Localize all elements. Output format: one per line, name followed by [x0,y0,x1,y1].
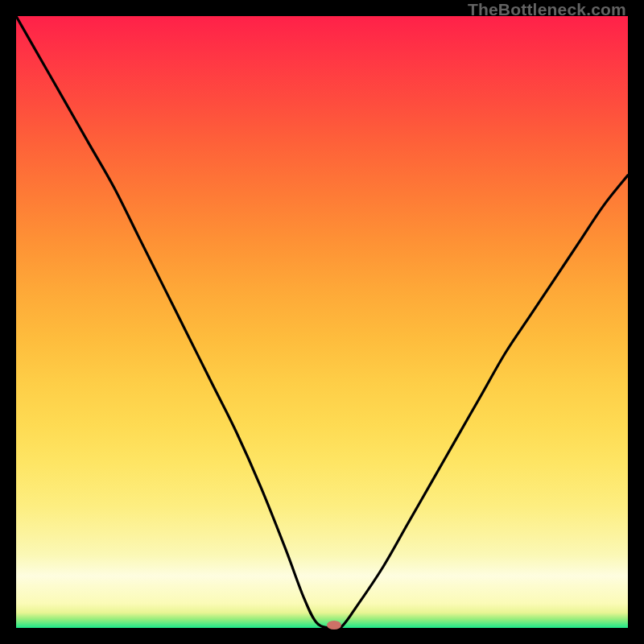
minimum-marker [327,621,341,630]
plot-area [16,16,628,628]
bottleneck-curve [16,16,628,628]
watermark-text: TheBottleneck.com [468,0,626,19]
chart-frame: TheBottleneck.com [0,0,644,644]
